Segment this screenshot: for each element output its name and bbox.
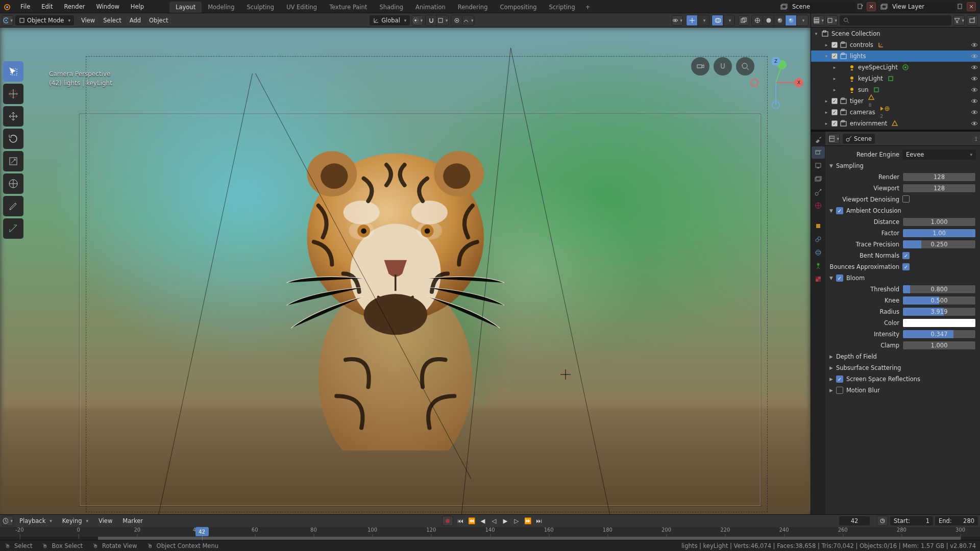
workspace-tab-uv-editing[interactable]: UV Editing: [280, 2, 323, 13]
pivot-point-selector[interactable]: [412, 15, 423, 26]
workspace-tab-rendering[interactable]: Rendering: [452, 2, 494, 13]
viewport-3d[interactable]: Camera Perspective (42) lights | keyLigh…: [0, 28, 811, 514]
timeline-menu-keying[interactable]: Keying: [58, 516, 92, 526]
expand-toggle[interactable]: ▸: [823, 42, 829, 47]
scene-name-field[interactable]: Scene: [789, 2, 855, 12]
collection-enable-checkbox[interactable]: ✓: [831, 109, 838, 115]
editor-type-selector[interactable]: [2, 15, 13, 26]
mode-selector[interactable]: Object Mode: [15, 15, 74, 26]
view-pan-button[interactable]: [714, 57, 732, 76]
snap-options[interactable]: [437, 15, 448, 26]
viewlayer-name-field[interactable]: View Layer: [889, 2, 955, 12]
viewport-denoise-checkbox[interactable]: [902, 195, 910, 203]
prop-tab-world[interactable]: [812, 199, 825, 212]
viewport-menu-view[interactable]: View: [77, 15, 99, 26]
outliner-row-sun[interactable]: ▸sun: [811, 84, 980, 95]
timeline-menu-marker[interactable]: Marker: [118, 516, 147, 526]
end-frame-field[interactable]: End:280: [935, 516, 978, 525]
viewlayer-delete-button[interactable]: [967, 2, 976, 11]
visibility-eye-icon[interactable]: [971, 109, 978, 116]
panel-mb-title[interactable]: Motion Blur: [846, 387, 880, 394]
workspace-tab-shading[interactable]: Shading: [373, 2, 409, 13]
workspace-tab-modeling[interactable]: Modeling: [202, 2, 240, 13]
viewlayer-browse-icon[interactable]: [879, 2, 889, 12]
panel-ssr-title[interactable]: Screen Space Reflections: [846, 375, 920, 383]
expand-toggle[interactable]: ▾: [823, 54, 829, 59]
visibility-eye-icon[interactable]: [971, 75, 978, 82]
outliner-row-cameras[interactable]: ▸✓cameras2: [811, 107, 980, 118]
bloom-threshold-field[interactable]: 0.800: [902, 285, 976, 294]
overlays-options[interactable]: [723, 15, 734, 26]
keyframe-prev-button[interactable]: ⏪: [467, 516, 477, 525]
ao-bent-checkbox[interactable]: ✓: [902, 252, 910, 259]
proportional-falloff[interactable]: [462, 15, 474, 26]
visibility-eye-icon[interactable]: [971, 53, 978, 60]
outliner-search-input[interactable]: [840, 15, 951, 26]
timeline-ruler[interactable]: -200204060801001201401601802002202402602…: [0, 527, 980, 540]
sampling-viewport-field[interactable]: 128: [902, 184, 976, 193]
properties-pin-icon[interactable]: ⟟: [975, 135, 977, 142]
workspace-tab-compositing[interactable]: Compositing: [494, 2, 543, 13]
navigation-gizmo[interactable]: X Z: [745, 52, 806, 113]
bloom-knee-field[interactable]: 0.500: [902, 296, 976, 305]
prop-tab-data[interactable]: [812, 260, 825, 272]
xray-toggle[interactable]: [738, 15, 749, 26]
timeline-menu-view[interactable]: View: [94, 516, 116, 526]
panel-ao-title[interactable]: Ambient Occlusion: [846, 207, 901, 214]
visibility-eye-icon[interactable]: [971, 41, 978, 48]
prop-tab-scene[interactable]: [812, 186, 825, 198]
tool-annotate[interactable]: [3, 196, 23, 216]
workspace-tab-texture-paint[interactable]: Texture Paint: [323, 2, 373, 13]
visibility-eye-icon[interactable]: [971, 97, 978, 105]
menu-edit[interactable]: Edit: [36, 1, 58, 12]
shading-solid[interactable]: [763, 15, 774, 26]
visibility-eye-icon[interactable]: [971, 120, 978, 127]
expand-toggle[interactable]: ▸: [831, 87, 838, 92]
bloom-clamp-field[interactable]: 1.000: [902, 341, 976, 350]
proportional-toggle[interactable]: [451, 15, 462, 26]
tool-transform[interactable]: [3, 173, 23, 194]
viewport-menu-add[interactable]: Add: [126, 15, 145, 26]
current-frame-field[interactable]: 42: [839, 516, 870, 525]
shading-lookdev[interactable]: [774, 15, 786, 26]
timeline-editor-type[interactable]: [2, 516, 13, 526]
outliner-row-tiger[interactable]: ▸✓tiger8: [811, 95, 980, 107]
tool-measure[interactable]: [3, 218, 23, 239]
menu-render[interactable]: Render: [59, 1, 90, 12]
workspace-tab-sculpting[interactable]: Sculpting: [240, 2, 280, 13]
play-reverse-button[interactable]: ◁: [489, 516, 499, 525]
scene-delete-button[interactable]: [867, 2, 876, 11]
viewport-menu-select[interactable]: Select: [99, 15, 125, 26]
expand-toggle[interactable]: ▸: [823, 121, 829, 126]
workspace-add-button[interactable]: +: [581, 2, 595, 13]
jump-start-button[interactable]: ⏮: [455, 516, 465, 525]
menu-file[interactable]: File: [15, 1, 35, 12]
shading-options[interactable]: [797, 15, 808, 26]
prop-tab-tool[interactable]: [812, 133, 825, 145]
view-camera-button[interactable]: [691, 57, 709, 76]
frame-next-button[interactable]: ▷: [511, 516, 522, 525]
menu-window[interactable]: Window: [91, 1, 124, 12]
auto-key-toggle[interactable]: [442, 516, 453, 526]
jump-end-button[interactable]: ⏭: [534, 516, 544, 525]
scene-browse-icon[interactable]: [779, 2, 789, 12]
play-button[interactable]: ▶: [500, 516, 510, 525]
ao-distance-field[interactable]: 1.000: [902, 217, 976, 227]
keyframe-next-button[interactable]: ⏩: [523, 516, 533, 525]
ao-bounce-checkbox[interactable]: ✓: [902, 263, 910, 270]
workspace-tab-layout[interactable]: Layout: [169, 2, 202, 13]
outliner-row-controls[interactable]: ▸✓controls: [811, 39, 980, 51]
frame-prev-button[interactable]: ◀: [478, 516, 488, 525]
menu-help[interactable]: Help: [126, 1, 149, 12]
visibility-eye-icon[interactable]: [971, 64, 978, 71]
prop-tab-viewlayer[interactable]: [812, 173, 825, 185]
outliner-filter[interactable]: [953, 15, 965, 26]
prop-tab-output[interactable]: [812, 160, 825, 172]
collection-enable-checkbox[interactable]: ✓: [831, 42, 838, 48]
outliner-display-mode[interactable]: [826, 15, 838, 26]
prop-tab-texture[interactable]: [812, 273, 825, 285]
collection-enable-checkbox[interactable]: ✓: [831, 53, 838, 59]
properties-breadcrumb[interactable]: Scene: [843, 134, 875, 144]
outliner-row-eyeSpecLight[interactable]: ▸eyeSpecLight: [811, 62, 980, 73]
bloom-intensity-field[interactable]: 0.347: [902, 330, 976, 339]
